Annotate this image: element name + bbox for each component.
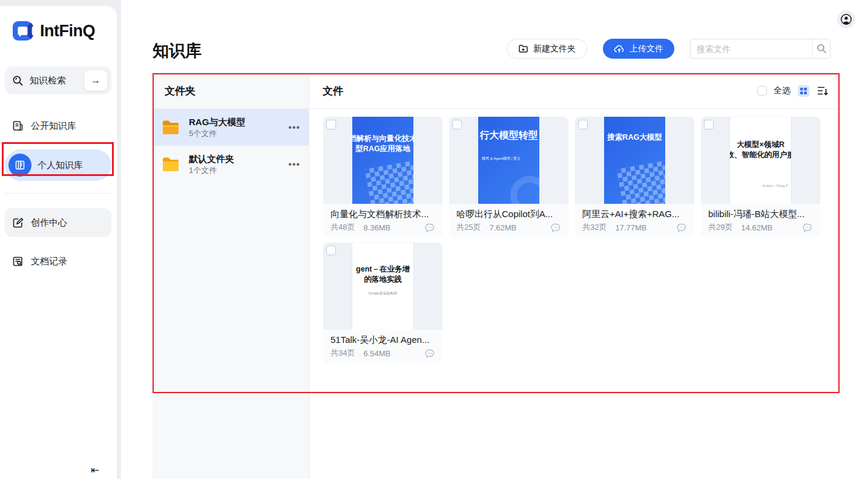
thumb-text: gent－在业务增 — [356, 264, 410, 275]
folders-panel-title: 文件夹 — [165, 84, 196, 98]
new-folder-icon — [518, 44, 528, 54]
files-header-controls: 全选 — [757, 85, 829, 97]
new-folder-button[interactable]: 新建文件夹 — [507, 39, 587, 59]
sidebar-divider — [5, 193, 111, 194]
folder-icon — [161, 119, 180, 136]
search-go-button[interactable]: → — [84, 70, 108, 91]
thumb-text: 行大模型转型 — [480, 130, 538, 140]
app-name: IntFinQ — [40, 22, 95, 41]
file-size: 17.77MB — [615, 223, 646, 232]
file-card[interactable]: 行大模型转型 模式 & Agent模式 / 贾立 哈啰出行从Copilot到A.… — [449, 117, 568, 237]
grid-view-icon[interactable] — [797, 85, 810, 97]
file-search-box — [690, 39, 830, 59]
files-panel: 文件 全选 — [309, 73, 840, 479]
file-pages: 共32页 — [582, 222, 607, 233]
file-size: 8.36MB — [363, 223, 390, 232]
comment-icon[interactable] — [551, 223, 561, 233]
file-checkbox[interactable] — [578, 120, 588, 129]
sidebar: IntFinQ 知识检索 → 公开知识库 个人知识库 — [0, 6, 117, 479]
sidebar-item-label: 创作中心 — [31, 217, 67, 229]
file-card[interactable]: 大模型×领域R 效、智能化的用户服 Author：Feng F bilibili… — [701, 117, 820, 237]
user-icon — [840, 13, 852, 25]
sidebar-item-label: 个人知识库 — [38, 160, 83, 171]
folder-item-rag[interactable]: RAG与大模型 5个文件 ••• — [153, 109, 309, 146]
app-logo: IntFinQ — [12, 19, 95, 42]
folder-name: RAG与大模型 — [189, 116, 280, 128]
thumb-decoration — [364, 159, 413, 204]
thumb-text: 档解析与向量化技术 — [352, 134, 413, 144]
sidebar-item-personal-kb[interactable]: 个人知识库 — [5, 149, 111, 181]
page-title: 知识库 — [153, 40, 202, 62]
file-cards-grid: 档解析与向量化技术 型RAG应用落地 向量化与文档解析技术... 共48页 8.… — [323, 117, 832, 363]
file-pages: 共25页 — [456, 222, 481, 233]
file-checkbox[interactable] — [452, 120, 462, 129]
file-card-footer: 阿里云+AI+搜索+RAG... 共32页 17.77MB — [575, 204, 694, 237]
thumb-text: 大模型×领域R — [737, 140, 784, 150]
file-title: 阿里云+AI+搜索+RAG... — [582, 208, 687, 220]
files-panel-title: 文件 — [323, 84, 757, 98]
file-thumbnail: 搜索RAG大模型 — [604, 117, 665, 204]
file-checkbox[interactable] — [704, 120, 714, 129]
main-area: 知识库 新建文件夹 上传文件 — [121, 0, 868, 479]
folder-texts: RAG与大模型 5个文件 — [189, 116, 280, 139]
file-card-footer: bilibili-冯璠-B站大模型... 共29页 14.62MB — [701, 204, 820, 237]
sidebar-item-label: 文档记录 — [31, 256, 67, 267]
files-panel-header: 文件 全选 — [309, 73, 840, 109]
file-pages: 共34页 — [330, 348, 355, 359]
file-title: 哈啰出行从Copilot到A... — [456, 208, 561, 220]
search-icon — [12, 75, 24, 86]
file-title: 51Talk-吴小龙-AI Agen... — [330, 334, 435, 346]
comment-icon[interactable] — [425, 348, 435, 359]
user-avatar[interactable] — [837, 10, 855, 28]
doc-records-icon — [12, 256, 24, 267]
file-title: bilibili-冯璠-B站大模型... — [708, 208, 813, 220]
search-icon — [817, 44, 827, 54]
sidebar-item-knowledge-search[interactable]: 知识检索 → — [5, 67, 111, 94]
thumb-decoration — [510, 176, 539, 204]
thumb-decoration — [616, 159, 665, 204]
folder-item-default[interactable]: 默认文件夹 1个文件 ••• — [153, 146, 309, 183]
file-size: 7.62MB — [489, 223, 516, 232]
file-checkbox[interactable] — [326, 246, 336, 255]
creation-center-icon — [12, 217, 24, 229]
folders-panel: 文件夹 RAG与大模型 5个文件 ••• — [153, 73, 309, 479]
sidebar-search-label: 知识检索 — [30, 75, 84, 86]
folder-count: 1个文件 — [189, 165, 280, 176]
file-card[interactable]: gent－在业务增 的落地实践 51Talk资深架构师 51Talk-吴小龙-A… — [323, 243, 442, 363]
file-search-input[interactable] — [691, 39, 812, 58]
thumb-subtext: Author：Feng F — [762, 183, 791, 189]
folder-icon — [161, 156, 180, 173]
sidebar-item-doc-records[interactable]: 文档记录 — [5, 247, 111, 276]
comment-icon[interactable] — [677, 223, 687, 233]
comment-icon[interactable] — [803, 223, 813, 233]
select-all-label: 全选 — [774, 85, 791, 96]
file-card[interactable]: 档解析与向量化技术 型RAG应用落地 向量化与文档解析技术... 共48页 8.… — [323, 117, 442, 237]
file-thumbnail: 行大模型转型 模式 & Agent模式 / 贾立 — [478, 117, 539, 204]
sort-icon[interactable] — [817, 85, 829, 96]
folder-more-button[interactable]: ••• — [288, 159, 300, 170]
folder-texts: 默认文件夹 1个文件 — [189, 153, 280, 176]
file-size: 6.54MB — [363, 349, 390, 358]
file-checkbox[interactable] — [326, 120, 336, 129]
file-card[interactable]: 搜索RAG大模型 阿里云+AI+搜索+RAG... 共32页 17.77MB — [575, 117, 694, 237]
thumb-subtext: 模式 & Agent模式 / 贾立 — [478, 156, 521, 161]
file-pages: 共48页 — [330, 222, 355, 233]
app-logo-icon — [12, 19, 35, 42]
thumb-text: 型RAG应用落地 — [355, 144, 410, 154]
file-search-button[interactable] — [812, 39, 830, 58]
folder-name: 默认文件夹 — [189, 153, 280, 165]
select-all-checkbox[interactable] — [757, 86, 767, 96]
sidebar-item-public-kb[interactable]: 公开知识库 — [5, 111, 111, 140]
thumb-text: 效、智能化的用户服 — [730, 150, 791, 160]
file-title: 向量化与文档解析技术... — [330, 208, 435, 220]
upload-cloud-icon — [614, 44, 625, 54]
thumb-text: 搜索RAG大模型 — [607, 132, 662, 143]
thumb-text: 的落地实践 — [364, 275, 402, 285]
comment-icon[interactable] — [425, 223, 435, 233]
file-card-footer: 向量化与文档解析技术... 共48页 8.36MB — [323, 204, 442, 237]
sidebar-item-creation-center[interactable]: 创作中心 — [5, 208, 111, 237]
sidebar-collapse-button[interactable]: ⇤ — [91, 464, 99, 477]
upload-file-label: 上传文件 — [630, 44, 663, 54]
upload-file-button[interactable]: 上传文件 — [603, 39, 674, 59]
folder-more-button[interactable]: ••• — [288, 122, 300, 133]
